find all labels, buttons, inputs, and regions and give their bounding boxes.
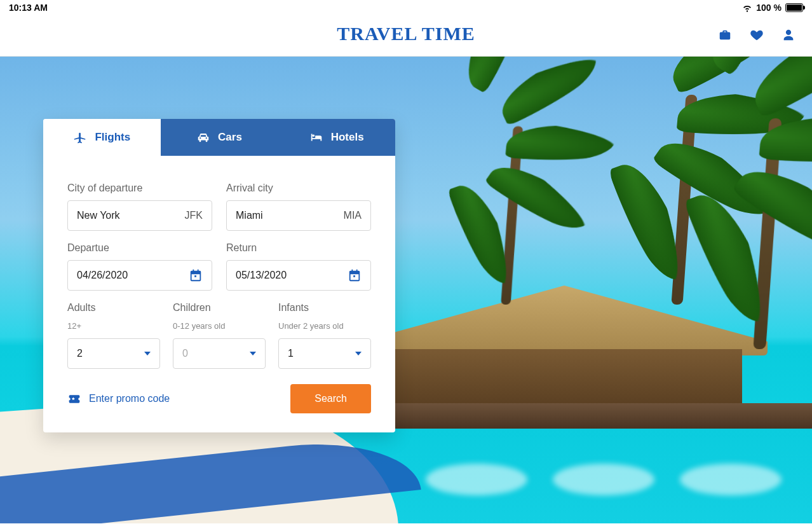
wifi-icon (742, 3, 752, 13)
status-bar: 10:13 AM 100 % (0, 0, 812, 14)
airplane-icon (73, 130, 87, 144)
infants-sublabel: Under 2 years old (278, 321, 371, 331)
bed-icon (309, 130, 323, 144)
depart-date-input[interactable]: 04/26/2020 (67, 260, 212, 291)
battery-icon (785, 3, 803, 12)
return-date-label: Return (226, 242, 371, 254)
app-header: TRAVEL TIME (0, 14, 812, 57)
children-sublabel: 0-12 years old (173, 321, 266, 331)
reflection (553, 464, 654, 495)
tab-label: Cars (218, 131, 242, 144)
promo-code-link[interactable]: Enter promo code (67, 392, 170, 405)
arrival-city-value: Miami (236, 210, 263, 221)
tab-hotels[interactable]: Hotels (278, 119, 395, 156)
reflection (680, 464, 782, 495)
return-date-input[interactable]: 05/13/2020 (226, 260, 371, 291)
chevron-down-icon (144, 352, 151, 355)
search-button[interactable]: Search (290, 384, 371, 413)
depart-date-value: 04/26/2020 (77, 270, 128, 281)
search-card: Flights Cars Hotels City of departure Ne… (43, 119, 395, 432)
chevron-down-icon (250, 352, 256, 355)
arrival-city-input[interactable]: Miami MIA (226, 200, 371, 231)
calendar-icon (189, 268, 203, 282)
tab-label: Flights (95, 131, 130, 144)
infants-select[interactable]: 1 (278, 338, 371, 369)
children-value: 0 (182, 348, 188, 359)
tab-flights[interactable]: Flights (43, 119, 161, 156)
heart-icon[interactable] (750, 28, 764, 42)
palm-tree (442, 88, 572, 305)
chevron-down-icon (355, 352, 362, 355)
status-right: 100 % (742, 3, 803, 13)
tab-bar: Flights Cars Hotels (43, 119, 395, 156)
tab-cars[interactable]: Cars (161, 119, 278, 156)
tab-label: Hotels (331, 131, 364, 144)
adults-select[interactable]: 2 (67, 338, 160, 369)
departure-city-code: JFK (185, 210, 203, 221)
pier (330, 403, 812, 429)
adults-value: 2 (77, 348, 83, 359)
return-date-value: 05/13/2020 (236, 270, 287, 281)
briefcase-icon[interactable] (718, 28, 732, 42)
infants-value: 1 (288, 348, 294, 359)
adults-sublabel: 12+ (67, 321, 160, 331)
departure-city-input[interactable]: New York JFK (67, 200, 212, 231)
ticket-icon (67, 392, 81, 405)
reflection (426, 464, 527, 495)
promo-label: Enter promo code (89, 393, 170, 404)
palm-tree (677, 69, 812, 349)
departure-city-label: City of departure (67, 183, 212, 194)
departure-city-value: New York (77, 210, 120, 221)
arrival-city-code: MIA (344, 210, 362, 221)
depart-date-label: Departue (67, 242, 212, 254)
person-icon[interactable] (782, 28, 795, 42)
infants-label: Infants (278, 302, 371, 314)
battery-text: 100 % (756, 3, 782, 13)
car-icon (196, 130, 210, 144)
status-time: 10:13 AM (9, 3, 48, 13)
hero-background: Flights Cars Hotels City of departure Ne… (0, 57, 812, 523)
flight-form: City of departure New York JFK Arrival c… (43, 156, 395, 432)
children-label: Children (173, 302, 266, 314)
children-select[interactable]: 0 (173, 338, 266, 369)
brand-logo: TRAVEL TIME (337, 23, 475, 45)
adults-label: Adults (67, 302, 160, 314)
arrival-city-label: Arrival city (226, 183, 371, 194)
calendar-icon (348, 268, 362, 282)
